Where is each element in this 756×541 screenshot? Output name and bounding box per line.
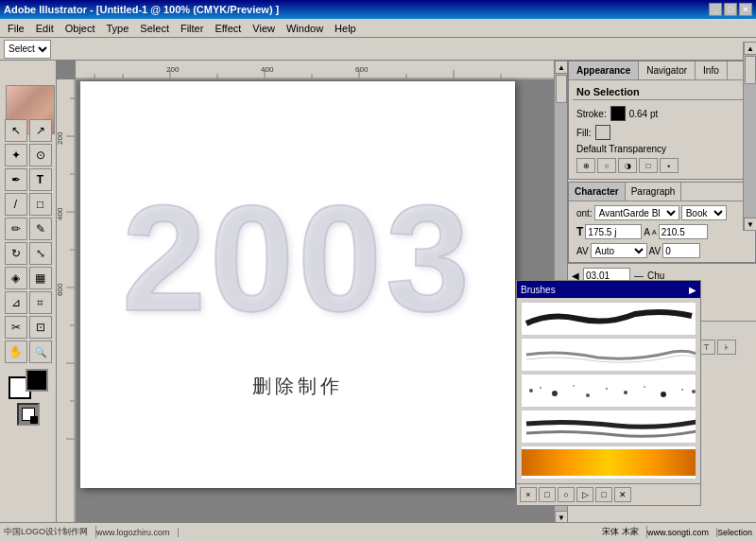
brushes-header: Brushes ▶ [517,281,700,298]
delete-button[interactable]: □ [639,158,658,173]
new-button[interactable]: ▪ [660,158,679,173]
menu-type[interactable]: Type [101,21,135,36]
tab-paragraph[interactable]: Paragraph [626,183,682,201]
menu-file[interactable]: File [2,21,30,36]
zoom-tool[interactable]: 🔍 [29,340,52,363]
brushes-menu-icon[interactable]: ▶ [689,285,696,295]
svg-point-39 [681,389,683,391]
app-title: Adobe Illustrator - [Untitled-1 @ 100% (… [4,4,279,15]
tracking-input[interactable] [662,243,700,258]
brush-item-5[interactable] [521,445,696,480]
eyedropper-tool[interactable]: ⊿ [5,291,27,314]
tool-row-6: ↻ ⤡ [5,242,52,265]
brush-stroke-button[interactable]: □ [595,487,612,502]
scale-tool[interactable]: ⤡ [29,242,52,265]
stroke-color-preview[interactable] [610,106,626,121]
menu-effect[interactable]: Effect [209,21,247,36]
tool-row-10: ✋ 🔍 [5,340,52,363]
brush-item-2[interactable] [521,338,696,372]
value-label-chu: Chu [647,270,664,281]
paint-bucket-tool[interactable]: ⌗ [29,291,52,314]
tool-row-9: ✂ ⊡ [5,316,52,339]
font-row: ont: AvantGarde Bl Book [573,203,751,222]
svg-text:200: 200 [166,65,180,74]
tab-appearance[interactable]: Appearance [569,61,639,79]
lasso-tool[interactable]: ⊙ [29,144,52,166]
size-icon: T [576,225,583,238]
brushes-panel: Brushes ▶ [516,280,701,506]
rotate-tool[interactable]: ↻ [5,242,27,265]
brush-item-3[interactable] [521,374,696,408]
menu-object[interactable]: Object [60,21,101,36]
appearance-content: No Selection Stroke: 0.64 pt Fill: Defau… [569,80,755,179]
stroke-row: Stroke: 0.64 pt [573,104,751,123]
right-scroll-up[interactable]: ▲ [744,42,756,55]
leading-input[interactable] [659,224,708,239]
brush-item-1[interactable] [521,302,696,336]
duplicate-button[interactable]: ◑ [618,158,637,173]
svg-point-30 [529,389,533,393]
left-toolbar: ↖ ↗ ✦ ⊙ ✒ T / □ ✏ ✎ ↻ ⤡ ◈ ▦ ⊿ ⌗ [0,61,57,541]
direct-select-tool[interactable]: ↗ [29,119,52,142]
svg-point-38 [661,392,666,397]
menu-filter[interactable]: Filter [175,21,209,36]
restore-button[interactable]: □ [724,3,737,16]
type-tool[interactable]: T [29,168,52,191]
menu-help[interactable]: Help [329,21,362,36]
pencil-tool[interactable]: ✎ [29,218,52,240]
brush-tool[interactable]: ✏ [5,218,27,240]
menu-view[interactable]: View [247,21,281,36]
scroll-thumb[interactable] [556,75,567,103]
blend-tool[interactable]: ◈ [5,267,27,289]
line-tool[interactable]: / [5,193,27,216]
tool-row-12 [17,403,40,426]
brush-apply-button[interactable]: ▷ [576,487,593,502]
delete-brush-button[interactable]: □ [539,487,556,502]
menu-edit[interactable]: Edit [30,21,60,36]
minus-icon: — [634,270,644,281]
font-size-input[interactable] [585,224,642,239]
website-label-1: 中国LOGO设计制作网 [4,526,88,538]
brush-item-4[interactable] [521,410,696,444]
new-brush-button[interactable]: × [520,487,537,502]
menu-window[interactable]: Window [281,21,329,36]
pen-tool[interactable]: ✒ [5,168,27,191]
dist-btn-8[interactable]: ⊦ [717,340,736,355]
add-effect-button[interactable]: ⊕ [576,158,595,173]
menu-select[interactable]: Select [134,21,175,36]
tab-navigator[interactable]: Navigator [639,61,696,79]
leading-sub-icon: A [652,229,657,236]
visibility-button[interactable]: ○ [597,158,616,173]
font-style-select[interactable]: Book [681,205,727,220]
column-graph-tool[interactable]: ▦ [29,267,52,289]
transparency-row: Default Transparency [573,142,751,156]
default-fill-stroke[interactable] [17,403,40,426]
status-website-2: www.logozhiru.com [96,528,179,537]
canvas-year-text: 2003 [122,171,473,345]
right-vscroll[interactable]: ▲ ▼ [743,42,756,231]
brush-options-button[interactable]: ○ [558,487,575,502]
status-selection: Selection [717,528,752,537]
hand-tool[interactable]: ✋ [5,340,27,363]
right-scroll-down[interactable]: ▼ [744,218,756,231]
select-dropdown[interactable]: Select [4,40,51,59]
tracking-icon: AV [649,246,662,256]
close-button[interactable]: × [739,3,752,16]
scissors-tool[interactable]: ✂ [5,316,27,339]
fill-color-preview[interactable] [595,125,610,140]
scroll-up-button[interactable]: ▲ [555,61,567,74]
rect-tool[interactable]: □ [29,193,52,216]
selection-tool[interactable]: ↖ [5,119,27,142]
minimize-button[interactable]: _ [709,3,722,16]
tab-info[interactable]: Info [696,61,728,79]
right-scroll-thumb[interactable] [745,56,756,84]
fill-stroke-widget[interactable] [9,369,48,399]
brush-remove-button[interactable]: ✕ [614,487,631,502]
magic-wand-tool[interactable]: ✦ [5,144,27,166]
appearance-panel: Appearance Navigator Info ▶ No Selection… [568,61,756,180]
tool-row-2: ✦ ⊙ [5,144,52,166]
font-family-select[interactable]: AvantGarde Bl [594,205,679,220]
tab-character[interactable]: Character [569,183,626,201]
kerning-select[interactable]: Auto [591,243,647,258]
eraser-tool[interactable]: ⊡ [29,316,52,339]
